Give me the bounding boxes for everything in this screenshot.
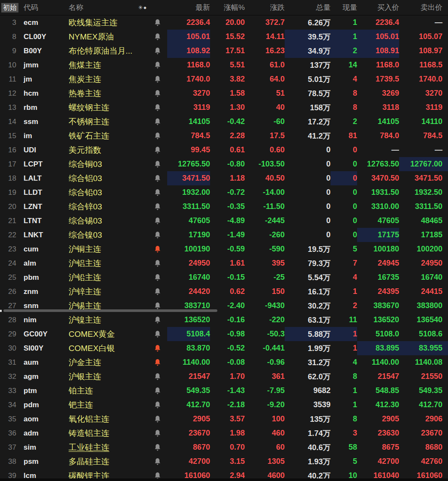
alert-bell-icon[interactable] [154, 203, 161, 211]
table-row[interactable]: 33 ptm 铂主连 549.35 -1.43 -7.95 9682 1 548… [0, 384, 448, 398]
table-row[interactable]: 14 ssm 不锈钢主连 14105 -0.42 -60 17.2万 2 141… [0, 115, 448, 129]
column-header-last[interactable]: 最新 [167, 0, 210, 15]
column-header-current-volume[interactable]: 现量 [331, 0, 357, 15]
row-number: 26 [0, 284, 19, 299]
table-row[interactable]: 38 psm 多晶硅主连 42700 3.15 1305 1.93万 5 427… [0, 454, 448, 469]
last-price: 23670 [167, 426, 210, 440]
last-price: 8670 [167, 440, 210, 454]
current-volume: 5 [331, 454, 357, 469]
table-row[interactable]: 25 pbm 沪铅主连 16740 -0.15 -25 5.54万 4 1673… [0, 270, 448, 284]
table-row[interactable]: 29 GC00Y COMEX黄金 5108.4 -0.98 -50.3 5.88… [0, 327, 448, 341]
table-row[interactable]: 23 cum 沪铜主连 100190 -0.59 -590 19.5万 5 10… [0, 242, 448, 256]
alert-bell-icon[interactable] [154, 19, 161, 27]
contract-code: adm [19, 426, 64, 440]
change-value: 150 [245, 284, 285, 299]
alert-bell-icon[interactable] [154, 189, 161, 197]
table-row[interactable]: 8 CL00Y NYMEX原油 105.01 15.52 14.11 39.5万… [0, 30, 448, 44]
table-row[interactable]: 18 LALT 综合铝03 3471.50 1.18 40.50 0 0 347… [0, 171, 448, 185]
column-header-name[interactable]: 名称 ✳● [64, 0, 148, 15]
alert-bell-icon[interactable] [154, 387, 161, 395]
table-row[interactable]: 36 adm 铸造铝主连 23670 1.98 460 1.74万 3 2363… [0, 426, 448, 440]
alert-bell-icon[interactable] [154, 245, 161, 253]
table-row[interactable]: 35 aom 氧化铝主连 2905 3.57 100 135万 8 2905 2… [0, 412, 448, 426]
column-header-change[interactable]: 涨跌 [245, 0, 285, 15]
table-row[interactable]: 32 agm 沪银主连 21547 1.70 361 62.0万 8 21547… [0, 369, 448, 384]
table-row[interactable]: 3 ecm 欧线集运主连 2236.4 20.00 372.7 6.26万 1 … [0, 15, 448, 30]
alert-bell-icon[interactable] [154, 288, 161, 296]
table-row[interactable]: 34 pdm 钯主连 412.70 -2.18 -9.20 3539 1 412… [0, 398, 448, 412]
alert-bell-icon[interactable] [154, 146, 161, 154]
buy-price: 3269 [357, 86, 399, 100]
alert-bell-icon[interactable] [154, 316, 161, 324]
alert-bell-icon[interactable] [154, 175, 161, 182]
change-percent: -0.15 [210, 270, 245, 284]
alert-bell-icon[interactable] [154, 33, 161, 41]
table-row[interactable]: 37 sim 工业硅主连 8670 0.70 60 40.6万 58 8675 … [0, 440, 448, 454]
alert-bell-icon[interactable] [154, 260, 161, 267]
table-row[interactable]: 11 jm 焦炭主连 1740.0 3.82 64.0 5.01万 4 1739… [0, 72, 448, 86]
table-row[interactable]: 21 LTNT 综合锡03 47605 -4.89 -2445 0 0 4760… [0, 214, 448, 228]
alert-bell-icon[interactable] [154, 90, 161, 97]
table-row[interactable]: 12 hcm 热卷主连 3270 1.58 51 78.5万 8 3269 32… [0, 86, 448, 100]
alert-bell-icon[interactable] [154, 231, 161, 239]
alert-bell-icon[interactable] [154, 217, 161, 225]
alert-bell-icon[interactable] [154, 118, 161, 126]
table-row[interactable]: 22 LNKT 综合镍03 17190 -1.49 -260 0 0 17175… [0, 228, 448, 242]
column-header-initial[interactable]: 初始 [0, 0, 19, 15]
alert-bell-icon[interactable] [154, 76, 161, 83]
alert-bell-icon[interactable] [154, 373, 161, 381]
current-volume: 1 [331, 284, 357, 299]
alert-bell-cell [148, 440, 167, 454]
table-row[interactable]: 24 alm 沪铝主连 24950 1.61 395 79.3万 7 24945… [0, 256, 448, 270]
alert-bell-icon[interactable] [154, 444, 161, 451]
total-volume: 79.3万 [285, 256, 331, 270]
initial-tab[interactable]: 初始 [1, 3, 18, 12]
alert-bell-icon[interactable] [154, 132, 161, 140]
table-row[interactable]: 26 znm 沪锌主连 24420 0.62 150 16.1万 1 24395… [0, 284, 448, 299]
alert-bell-icon[interactable] [154, 274, 161, 281]
table-row[interactable]: 19 LLDT 综合铅03 1932.00 -0.72 -14.00 0 0 1… [0, 185, 448, 200]
change-percent: -0.35 [210, 200, 245, 214]
table-row[interactable]: 31 aum 沪金主连 1140.00 -0.08 -0.96 31.2万 4 … [0, 355, 448, 369]
alert-bell-icon[interactable] [154, 430, 161, 437]
alert-bell-icon[interactable] [154, 61, 161, 69]
column-header-volume[interactable]: 总量 [285, 0, 331, 15]
alert-bell-icon[interactable] [154, 47, 161, 55]
contract-code: hcm [19, 86, 64, 100]
sort-indicator-icon[interactable]: ✳● [138, 4, 147, 11]
table-row[interactable]: 15 im 铁矿石主连 784.5 2.28 17.5 41.2万 81 784… [0, 129, 448, 143]
alert-bell-icon[interactable] [154, 345, 161, 352]
horizontal-scrollbar-thumb[interactable] [3, 309, 217, 312]
table-row[interactable]: 13 rbm 螺纹钢主连 3119 1.30 40 158万 8 3118 31… [0, 100, 448, 115]
table-row[interactable]: 17 LCPT 综合铜03 12765.50 -0.80 -103.50 0 0… [0, 157, 448, 171]
row-number: 24 [0, 256, 19, 270]
row-number: 10 [0, 58, 19, 72]
row-number: 34 [0, 398, 19, 412]
table-row[interactable]: 10 jmm 焦煤主连 1168.0 5.51 61.0 137万 14 116… [0, 58, 448, 72]
table-row[interactable]: 20 LZNT 综合锌03 3311.50 -0.35 -11.50 0 0 3… [0, 200, 448, 214]
change-value: 361 [245, 369, 285, 384]
last-price: 99.45 [167, 143, 210, 157]
column-header-buy-price[interactable]: 买入价 [357, 0, 399, 15]
change-value: 0.60 [245, 143, 285, 157]
column-header-alert[interactable] [148, 0, 167, 15]
table-row[interactable]: 30 SI00Y COMEX白银 83.870 -0.52 -0.441 1.9… [0, 341, 448, 355]
table-row[interactable]: 28 nim 沪镍主连 136520 -0.16 -220 63.1万 11 1… [0, 313, 448, 327]
column-header-pct[interactable]: 涨幅% [210, 0, 245, 15]
alert-bell-icon[interactable] [154, 160, 161, 168]
alert-bell-icon[interactable] [154, 458, 161, 466]
table-row[interactable]: 9 B00Y 布伦特原油当月... 108.92 17.51 16.23 34.… [0, 44, 448, 58]
alert-bell-icon[interactable] [154, 359, 161, 366]
row-number: 30 [0, 341, 19, 355]
alert-bell-icon[interactable] [154, 401, 161, 409]
alert-bell-cell [148, 398, 167, 412]
total-volume: 0 [285, 157, 331, 171]
alert-bell-icon[interactable] [154, 104, 161, 112]
column-header-code[interactable]: 代码 [19, 0, 64, 15]
contract-name: 沪铝主连 [64, 256, 148, 270]
alert-bell-icon[interactable] [154, 415, 161, 423]
alert-bell-icon[interactable] [154, 330, 161, 338]
column-header-sell-price[interactable]: 卖出价 [399, 0, 448, 15]
table-row[interactable]: 16 UDI 美元指数 99.45 0.61 0.60 0 0 — — [0, 143, 448, 157]
alert-bell-icon[interactable] [154, 302, 161, 310]
